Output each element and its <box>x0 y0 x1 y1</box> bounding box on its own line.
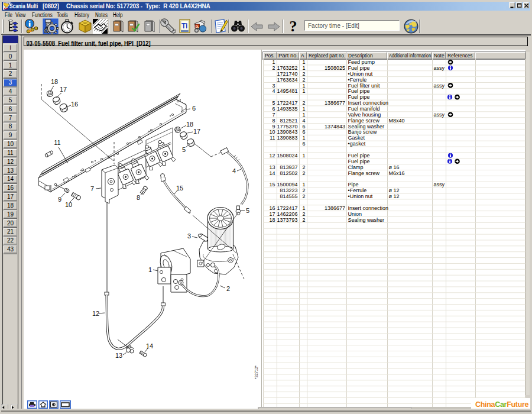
svg-text:1390883: 1390883 <box>277 135 297 141</box>
svg-text:17: 17 <box>7 193 14 200</box>
svg-text:812521: 812521 <box>280 118 297 124</box>
svg-text:Ti: Ti <box>181 22 187 30</box>
svg-text:6: 6 <box>9 106 12 112</box>
svg-text:•gasket: •gasket <box>348 141 366 147</box>
svg-text:2: 2 <box>302 187 305 193</box>
svg-text:9: 9 <box>58 196 61 203</box>
svg-text:Replaced part no.: Replaced part no. <box>309 53 345 59</box>
svg-text:2: 2 <box>272 65 275 71</box>
svg-text:2: 2 <box>302 71 305 77</box>
svg-text:3: 3 <box>187 232 191 240</box>
svg-text:1386677: 1386677 <box>325 100 345 106</box>
svg-text:1: 1 <box>302 65 305 71</box>
svg-text:Feed pump: Feed pump <box>348 59 375 65</box>
svg-text:3: 3 <box>9 79 12 86</box>
svg-text:19: 19 <box>7 211 14 218</box>
svg-text:13: 13 <box>7 167 14 174</box>
svg-text:Fuel pipe: Fuel pipe <box>348 94 370 100</box>
svg-text:Sealing washer: Sealing washer <box>348 217 385 223</box>
svg-text:4: 4 <box>302 118 305 124</box>
svg-text:7: 7 <box>90 185 94 192</box>
svg-text:2: 2 <box>226 285 230 292</box>
svg-text:assy: assy <box>434 112 445 118</box>
svg-text:13: 13 <box>269 164 275 170</box>
svg-text:assy: assy <box>434 182 445 187</box>
svg-text:12: 12 <box>92 310 99 317</box>
svg-text:1: 1 <box>302 205 305 211</box>
svg-text:M8x40: M8x40 <box>389 118 405 124</box>
svg-text:Note: Note <box>434 53 445 59</box>
svg-text:Union: Union <box>348 211 362 217</box>
svg-text:ø 12: ø 12 <box>389 187 400 193</box>
svg-text:9: 9 <box>272 124 275 130</box>
svg-text:1722417: 1722417 <box>277 100 297 106</box>
svg-text:2: 2 <box>302 100 305 106</box>
svg-text:Flange screw: Flange screw <box>348 170 380 176</box>
svg-text:M6x16: M6x16 <box>389 170 405 176</box>
svg-text:1775370: 1775370 <box>277 124 297 130</box>
svg-text:6: 6 <box>302 124 305 130</box>
svg-text:14: 14 <box>7 176 14 182</box>
svg-text:2: 2 <box>302 217 305 223</box>
svg-text:Insert connection: Insert connection <box>348 100 389 106</box>
svg-text:5: 5 <box>272 100 275 106</box>
svg-text:DL: DL <box>196 25 199 28</box>
svg-text:21: 21 <box>7 228 14 235</box>
svg-text:813223: 813223 <box>280 187 297 193</box>
svg-text:Flange screw: Flange screw <box>348 118 380 124</box>
svg-text:17: 17 <box>193 128 200 135</box>
svg-text:ø 12: ø 12 <box>389 193 400 199</box>
svg-text:11: 11 <box>7 150 14 156</box>
svg-text:1386677: 1386677 <box>325 205 345 211</box>
svg-text:15: 15 <box>176 185 183 192</box>
svg-text:43: 43 <box>7 246 14 253</box>
svg-text:6: 6 <box>302 141 305 147</box>
svg-text:1: 1 <box>148 266 152 273</box>
svg-text:1722417: 1722417 <box>277 205 297 211</box>
svg-text:3: 3 <box>272 83 275 89</box>
svg-text:1500094: 1500094 <box>277 182 297 187</box>
svg-text:Fuel pipe: Fuel pipe <box>348 65 370 71</box>
svg-text:5: 5 <box>246 207 249 214</box>
svg-text:16: 16 <box>71 101 78 108</box>
svg-text:814555: 814555 <box>280 193 297 199</box>
svg-text:1: 1 <box>302 182 305 187</box>
svg-text:10: 10 <box>269 129 275 135</box>
svg-text:Part no.: Part no. <box>278 53 298 59</box>
svg-text:•Union nut: •Union nut <box>348 193 373 199</box>
svg-text:1: 1 <box>302 106 305 112</box>
svg-text:Valve housing: Valve housing <box>348 112 381 118</box>
svg-text:14: 14 <box>146 342 153 350</box>
svg-text:assy: assy <box>434 83 445 89</box>
svg-text:16: 16 <box>7 185 14 191</box>
svg-text:12: 12 <box>7 159 14 165</box>
svg-text:Pos.: Pos. <box>265 53 275 59</box>
svg-text:8: 8 <box>137 194 140 201</box>
svg-text:•Ferrule: •Ferrule <box>348 77 367 83</box>
svg-text:Pipe: Pipe <box>348 182 359 187</box>
svg-text:1495481: 1495481 <box>277 88 297 94</box>
svg-text:4: 4 <box>232 167 236 174</box>
svg-text:8: 8 <box>9 123 12 130</box>
svg-text:5: 5 <box>9 97 12 104</box>
svg-text:Additional information: Additional information <box>389 53 431 59</box>
svg-text:4: 4 <box>9 88 12 95</box>
svg-text:17: 17 <box>269 211 275 217</box>
svg-text:1: 1 <box>9 62 12 69</box>
svg-text:References: References <box>447 53 472 59</box>
svg-text:1508024: 1508024 <box>277 153 297 159</box>
svg-text:1: 1 <box>302 153 305 159</box>
svg-text:813937: 813937 <box>280 164 297 170</box>
svg-text:11: 11 <box>54 139 60 146</box>
svg-text:22: 22 <box>7 237 14 244</box>
svg-text:Clamp: Clamp <box>348 164 364 170</box>
svg-text:Description: Description <box>348 53 373 59</box>
svg-text:Fuel manifold: Fuel manifold <box>348 106 380 112</box>
svg-text:1721740: 1721740 <box>277 71 297 77</box>
svg-text:18: 18 <box>51 78 58 85</box>
svg-text:12: 12 <box>269 153 275 159</box>
svg-text:2: 2 <box>302 170 305 176</box>
svg-text:2: 2 <box>302 211 305 217</box>
svg-text:5: 5 <box>182 146 186 153</box>
svg-text:1: 1 <box>272 59 275 65</box>
